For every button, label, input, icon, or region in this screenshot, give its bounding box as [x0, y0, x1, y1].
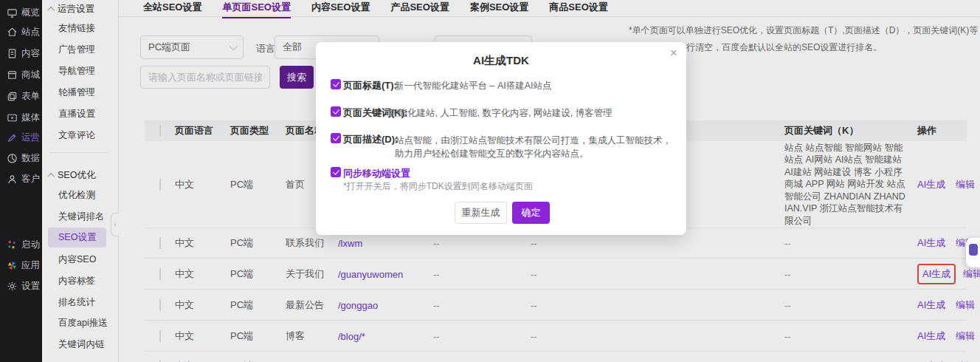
submenu-item-content-seo[interactable]: 内容SEO [58, 253, 96, 266]
sidebar-item-data[interactable]: 数据 [0, 148, 42, 168]
page-description-checkbox[interactable] [331, 133, 341, 143]
header-page-type: 页面类型 [230, 124, 269, 137]
submenu-item-ad-manage[interactable]: 广告管理 [58, 44, 95, 56]
cell-page-link[interactable]: /blog/* [338, 330, 365, 341]
submenu-item-content-tags[interactable]: 内容标签 [58, 275, 95, 287]
ai-generate-link[interactable]: AI生成 [922, 268, 950, 279]
red-highlight-box: AI生成 [917, 264, 956, 284]
submenu-item-seo-settings[interactable]: SEO设置 [48, 228, 106, 247]
row-checkbox[interactable] [159, 329, 161, 342]
cell-title-empty: -- [433, 299, 440, 310]
row-checkbox[interactable] [159, 267, 161, 280]
ai-generate-link[interactable]: AI生成 [917, 179, 945, 190]
cell-keywords-empty: -- [784, 268, 907, 279]
cell-title-empty: -- [433, 238, 440, 249]
tab-case-seo[interactable]: 案例SEO设置 [470, 0, 528, 16]
tab-site-seo[interactable]: 全站SEO设置 [143, 0, 201, 16]
sidebar-item-settings[interactable]: 设置 [0, 276, 42, 296]
sidebar-item-customer[interactable]: 客户 [0, 169, 42, 188]
sidebar-item-site[interactable]: 站点 [0, 22, 42, 41]
cell-desc-empty: -- [531, 238, 537, 249]
sidebar-item-content[interactable]: 内容 [0, 44, 42, 63]
sidebar-collapse-handle[interactable]: ‹ [111, 213, 119, 236]
submenu-item-friend-links[interactable]: 友情链接 [58, 22, 95, 35]
tab-page-seo[interactable]: 单页面SEO设置 [222, 0, 290, 16]
cell-page-link[interactable]: /guanyuwomen [338, 268, 403, 279]
sidebar-item-label: 启动 [21, 239, 40, 251]
chevron-down-icon [230, 42, 238, 50]
section-seo[interactable]: SEO优化 [49, 169, 95, 182]
sidebar-item-label: 表单 [21, 90, 40, 103]
submenu-item-baidu-api-push[interactable]: 百度api推送 [58, 317, 108, 329]
sidebar-item-apps[interactable]: 应用 [0, 256, 42, 275]
row-checkbox[interactable] [159, 237, 161, 250]
overview-icon [7, 7, 18, 18]
row-checkbox[interactable] [159, 178, 161, 191]
page-keywords-checkbox[interactable] [331, 106, 341, 117]
ai-generate-link[interactable]: AI生成 [917, 237, 945, 248]
form-icon [7, 91, 18, 102]
seo-tip-line1: *单个页面可以单独进行SEO优化，设置页面标题（T）,页面描述（D），页面关键词… [629, 24, 980, 37]
cell-language: 中文 [175, 178, 194, 191]
cell-title-empty: -- [433, 268, 440, 279]
cell-name: 最新公告 [286, 298, 324, 312]
sidebar-item-label: 应用 [21, 259, 40, 272]
cell-keywords-empty: -- [784, 238, 907, 249]
cell-page-link[interactable]: /gonggao [338, 299, 378, 310]
sidebar-item-form[interactable]: 表单 [0, 86, 42, 106]
app-window: 概览 站点 内容 商城 表单 媒体 运营 数据 [0, 0, 980, 362]
search-input[interactable] [140, 66, 270, 89]
page-type-select[interactable]: PC端页面 [140, 35, 244, 59]
edit-link[interactable]: 编辑 [963, 268, 980, 279]
page-description-label: 页面描述(D): [343, 133, 398, 146]
header-actions: 操作 [917, 124, 936, 137]
sidebar-item-mall[interactable]: 商城 [0, 65, 42, 84]
submenu-item-seo-check[interactable]: 优化检测 [58, 189, 95, 202]
submenu-item-article-comments[interactable]: 文章评论 [58, 129, 95, 142]
confirm-button[interactable]: 确定 [512, 202, 550, 224]
cell-type: PC端 [230, 267, 253, 281]
select-all-checkbox[interactable] [159, 125, 161, 137]
cell-type: PC端 [230, 298, 253, 312]
submenu-item-rank-stats[interactable]: 排名统计 [58, 296, 95, 309]
table-row: 中文 PC端 关于我们 /guanyuwomen -- -- -- AI生成 编… [145, 259, 967, 290]
edit-link[interactable]: 编辑 [956, 330, 975, 341]
cell-page-link[interactable]: /lxwm [338, 238, 362, 249]
edit-link[interactable]: 编辑 [956, 179, 975, 190]
floating-side-widget[interactable] [966, 238, 980, 267]
secondary-sidebar: 运营设置 友情链接 广告管理 导航管理 轮播管理 直播设置 文章评论 SEO优化… [42, 0, 119, 362]
regenerate-button[interactable]: 重新生成 [455, 202, 507, 224]
tab-goods-seo[interactable]: 商品SEO设置 [549, 0, 607, 16]
submenu-item-keyword-inlink[interactable]: 关键词内链 [58, 338, 105, 351]
submenu-item-keyword-rank[interactable]: 关键词排名 [58, 211, 105, 223]
row-checkbox[interactable] [159, 298, 161, 311]
ai-generate-link[interactable]: AI生成 [917, 299, 945, 310]
settings-icon [7, 281, 18, 292]
tab-content-seo[interactable]: 内容SEO设置 [311, 0, 370, 16]
submenu-item-live-settings[interactable]: 直播设置 [58, 108, 95, 120]
ai-generate-link[interactable]: AI生成 [917, 330, 945, 341]
cell-keywords-empty: -- [784, 330, 907, 341]
sync-mobile-checkbox[interactable] [331, 167, 341, 177]
sidebar-item-operation[interactable]: 运营 [0, 128, 42, 147]
customer-icon [7, 174, 18, 185]
submenu-item-nav-manage[interactable]: 导航管理 [58, 65, 95, 78]
sidebar-item-launch[interactable]: 启动 [0, 235, 42, 254]
tab-product-seo[interactable]: 产品SEO设置 [390, 0, 449, 16]
sidebar-item-label: 站点 [21, 26, 40, 38]
section-title: SEO优化 [58, 169, 95, 182]
cell-name: 博客 [286, 329, 305, 343]
sidebar-item-overview[interactable]: 概览 [0, 3, 42, 22]
header-page-keywords: 页面关键词（K） [784, 124, 907, 137]
search-button[interactable]: 搜索 [280, 66, 314, 89]
page-title-checkbox[interactable] [331, 79, 341, 89]
table-row: 中文 PC端 博客 /blog/* -- -- -- AI生成 编辑 [145, 321, 967, 352]
section-operation-settings[interactable]: 运营设置 [49, 3, 94, 16]
cell-title-empty: -- [433, 330, 440, 341]
sidebar-item-media[interactable]: 媒体 [0, 108, 42, 127]
edit-link[interactable]: 编辑 [956, 299, 975, 310]
cell-type: PC端 [230, 236, 253, 250]
language-label: 语言 [256, 42, 275, 55]
table-row: 中文 PC端 最新公告 /gonggao -- -- -- AI生成 编辑 [145, 290, 967, 321]
submenu-item-carousel[interactable]: 轮播管理 [58, 86, 95, 99]
